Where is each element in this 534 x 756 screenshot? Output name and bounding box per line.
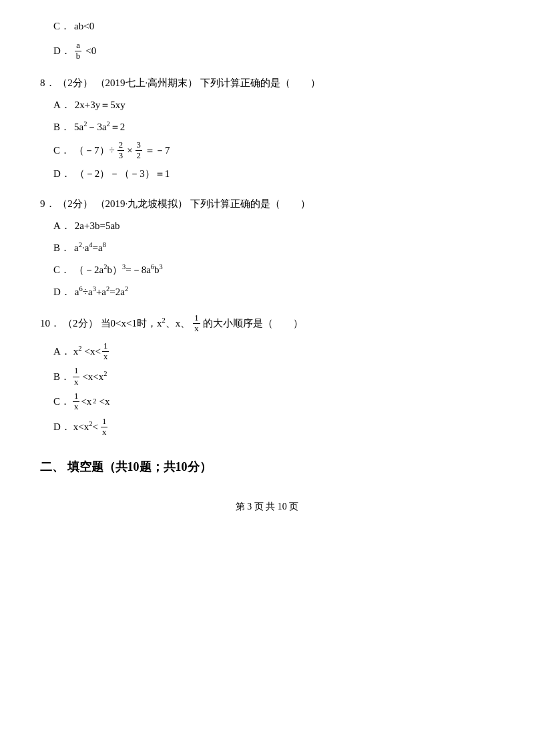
option-letter: D． (53, 283, 71, 301)
option-c-q8: C． （－7）÷ 2 3 × 3 2 ＝－7 (53, 140, 494, 162)
fraction-a-over-b: a b (75, 41, 81, 62)
frac-1-x: 1 x (102, 341, 109, 363)
option-text-pre: x2 (73, 343, 82, 361)
option-letter: D． (53, 42, 71, 60)
option-letter: C． (53, 393, 70, 411)
frac-1-x-c: 1 x (73, 391, 79, 413)
q-body: 下列计算正确的是（ ） (200, 77, 320, 88)
q-score: （2分） (63, 315, 98, 333)
option-text: （－2）－（－3）＝1 (75, 165, 170, 183)
option-letter: B． (53, 118, 70, 136)
option-letter: D． (53, 418, 71, 436)
q-source: （2019·九龙坡模拟） (95, 198, 188, 209)
option-text: ab<0 (74, 17, 94, 35)
option-text: <x<x2 (82, 368, 107, 386)
frac-2-3: 2 3 (117, 140, 124, 162)
option-d-q8: D． （－2）－（－3）＝1 (53, 165, 494, 183)
page-number-text: 第 3 页 共 10 页 (236, 502, 299, 512)
inequality-block: <x< 1 x (85, 341, 109, 363)
frac-1-x-d: 1 x (101, 417, 107, 438)
option-text-2: <x (99, 393, 110, 411)
option-c-q9: C． （－2a2b）3=－8a6b3 (53, 261, 494, 279)
option-c-q7: C． ab<0 (53, 17, 494, 35)
frac-3-2: 3 2 (136, 140, 142, 162)
question-8-text: 8． （2分） （2019七上·高州期末） 下列计算正确的是（ ） (40, 74, 494, 92)
question-8: 8． （2分） （2019七上·高州期末） 下列计算正确的是（ ） A． 2x+… (40, 74, 494, 184)
question-10-text: 10． （2分） 当0<x<1时，x2、x、 1 x 的大小顺序是（ ） (40, 313, 303, 335)
option-text: 5a2－3a2＝2 (74, 118, 125, 136)
option-text: a2·a4=a8 (74, 239, 106, 257)
question-9-text: 9． （2分） （2019·九龙坡模拟） 下列计算正确的是（ ） (40, 195, 494, 213)
q-source: （2019七上·高州期末） (95, 77, 198, 88)
question-10: 10． （2分） 当0<x<1时，x2、x、 1 x 的大小顺序是（ ） A． … (40, 313, 494, 437)
option-letter: A． (53, 343, 71, 361)
option-text: 2a+3b=5ab (75, 217, 120, 235)
option-d-q7: D． a b <0 (53, 41, 494, 62)
q-score: （2分） (57, 198, 93, 209)
option-b-q8: B． 5a2－3a2＝2 (53, 118, 494, 136)
frac-1-x-b: 1 x (73, 366, 79, 387)
option-letter: D． (53, 165, 71, 183)
option-letter: A． (53, 96, 71, 114)
q-body-pre: 当0<x<1时，x2、x、 (101, 315, 191, 333)
option-d-q10: D． x<x2< 1 x (53, 417, 494, 438)
option-letter: C． (53, 261, 70, 279)
question-9: 9． （2分） （2019·九龙坡模拟） 下列计算正确的是（ ） A． 2a+3… (40, 195, 494, 301)
option-text: （－7）÷ 2 3 × 3 2 ＝－7 (74, 140, 170, 162)
section-2-title: 二、 填空题（共10题；共10分） (40, 456, 494, 478)
option-letter: B． (53, 239, 70, 257)
option-letter: C． (53, 17, 70, 35)
option-a-q8: A． 2x+3y＝5xy (53, 96, 494, 114)
q-number: 10． (40, 315, 60, 333)
option-a-q9: A． 2a+3b=5ab (53, 217, 494, 235)
frac-1-x-q10: 1 x (193, 313, 200, 335)
c-math-block: 1 x <x2 (73, 391, 97, 413)
option-b-q9: B． a2·a4=a8 (53, 239, 494, 257)
option-text: 2x+3y＝5xy (75, 96, 125, 114)
option-text: <0 (85, 42, 96, 60)
option-letter: B． (53, 368, 70, 386)
option-text: （－2a2b）3=－8a6b3 (74, 261, 163, 279)
option-d-q9: D． a6÷a3+a2=2a2 (53, 283, 494, 301)
q-score: （2分） (57, 77, 93, 88)
option-c-q10: C． 1 x <x2 <x (53, 391, 494, 413)
page-footer: 第 3 页 共 10 页 (40, 498, 494, 515)
option-a-q10: A． x2 <x< 1 x (53, 341, 494, 363)
q-body-post: 的大小顺序是（ ） (203, 315, 303, 333)
option-b-q10: B． 1 x <x<x2 (53, 366, 494, 387)
q-number: 8． (40, 77, 55, 88)
q-body: 下列计算正确的是（ ） (190, 198, 310, 209)
option-letter: C． (53, 142, 70, 160)
option-letter: A． (53, 217, 71, 235)
option-text-pre: x<x2< (73, 418, 98, 436)
option-text: a6÷a3+a2=2a2 (75, 283, 128, 301)
q-number: 9． (40, 198, 55, 209)
